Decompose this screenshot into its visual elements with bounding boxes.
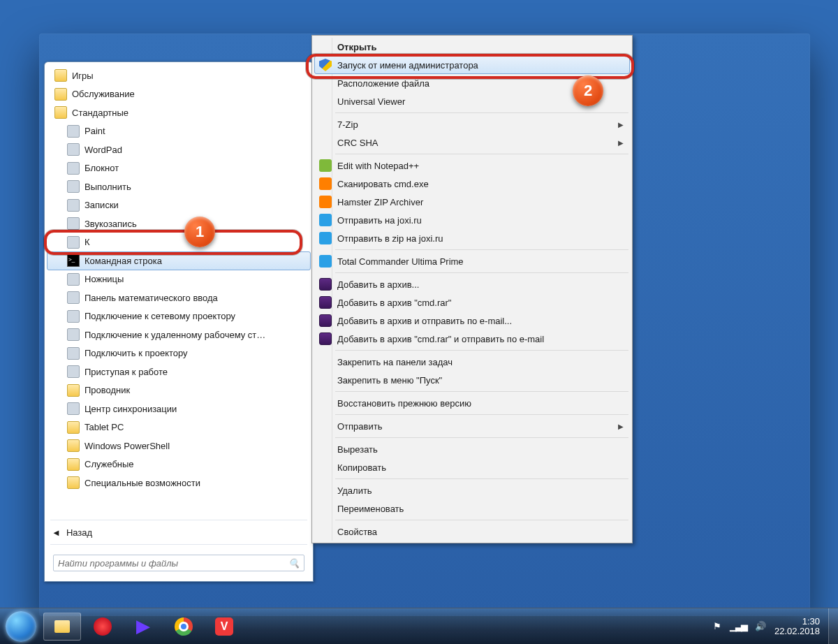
- program-item[interactable]: Выполнить: [47, 177, 311, 196]
- submenu-arrow-icon: ▶: [618, 121, 624, 129]
- context-menu-item-label: Отправить в zip на joxi.ru: [337, 233, 443, 244]
- program-item[interactable]: Панель математического ввода: [47, 288, 311, 307]
- app-icon: [67, 143, 80, 156]
- context-menu-item[interactable]: 7-Zip▶: [314, 115, 630, 133]
- program-item[interactable]: Специальные возможности: [47, 474, 311, 492]
- folder-icon: [67, 384, 80, 397]
- program-item[interactable]: Записки: [47, 196, 311, 215]
- app-icon: [67, 347, 80, 360]
- back-button[interactable]: ◄ Назад: [45, 522, 313, 543]
- program-item[interactable]: Подключение к удаленному рабочему ст…: [47, 325, 311, 344]
- program-item-label: Командная строка: [84, 256, 162, 266]
- program-item[interactable]: К: [47, 233, 311, 252]
- context-menu-item[interactable]: Переименовать: [314, 499, 630, 518]
- taskbar-pinned-explorer[interactable]: [43, 613, 81, 641]
- context-menu-item-label: Переименовать: [337, 504, 404, 514]
- context-menu-item[interactable]: CRC SHA▶: [314, 133, 630, 152]
- tray-time: 1:30: [774, 617, 820, 627]
- folder-icon: [54, 88, 67, 101]
- context-menu-item[interactable]: Запуск от имени администратора: [314, 56, 630, 74]
- context-menu-item[interactable]: Добавить в архив "cmd.rar": [314, 293, 630, 312]
- program-item[interactable]: Приступая к работе: [47, 363, 311, 381]
- program-item[interactable]: Служебные: [47, 455, 311, 474]
- program-item[interactable]: Центр синхронизации: [47, 400, 311, 418]
- context-menu-item-label: Universal Viewer: [337, 96, 405, 107]
- folder-icon: [54, 106, 67, 119]
- program-item[interactable]: Подключение к сетевому проектору: [47, 307, 311, 326]
- rar-icon: [319, 314, 332, 327]
- context-menu-item[interactable]: Открыть: [314, 38, 630, 56]
- program-item-label: Подключить к проектору: [84, 348, 188, 358]
- context-menu-separator: [335, 414, 628, 415]
- context-menu: ОткрытьЗапуск от имени администратораРас…: [311, 35, 633, 543]
- context-menu-item[interactable]: Свойства: [314, 522, 630, 541]
- program-item[interactable]: Подключить к проектору: [47, 344, 311, 363]
- program-item[interactable]: Проводник: [47, 381, 311, 400]
- program-item[interactable]: Paint: [47, 122, 311, 141]
- chrome-icon: [175, 617, 193, 636]
- context-menu-item[interactable]: Добавить в архив "cmd.rar" и отправить п…: [314, 330, 630, 348]
- program-item[interactable]: Блокнот: [47, 159, 311, 178]
- program-item-label: Стандартные: [72, 108, 128, 118]
- program-item-label: Tablet PC: [84, 422, 124, 432]
- program-item[interactable]: Windows PowerShell: [47, 437, 311, 455]
- taskbar-pinned-chrome[interactable]: [165, 613, 203, 641]
- tray-volume-icon[interactable]: 🔊: [755, 621, 766, 631]
- app-icon: [67, 402, 80, 415]
- program-item[interactable]: Игры: [47, 66, 311, 85]
- program-item[interactable]: Tablet PC: [47, 418, 311, 437]
- submenu-arrow-icon: ▶: [618, 423, 624, 430]
- program-item[interactable]: Обслуживание: [47, 85, 311, 104]
- show-desktop-button[interactable]: [828, 608, 838, 645]
- context-menu-item[interactable]: Hamster ZIP Archiver: [314, 193, 630, 211]
- tray-flag-icon[interactable]: ⚑: [713, 621, 721, 631]
- app-icon: [67, 217, 80, 230]
- context-menu-separator: [335, 391, 628, 392]
- search-input[interactable]: Найти программы и файлы 🔍: [53, 555, 304, 571]
- annotation-badge-1: 1: [184, 217, 215, 247]
- context-menu-item[interactable]: Сканировать cmd.exe: [314, 175, 630, 193]
- rar-icon: [319, 278, 332, 291]
- context-menu-item[interactable]: Отправить в zip на joxi.ru: [314, 229, 630, 247]
- taskbar-pinned-vivaldi[interactable]: V: [205, 613, 243, 641]
- vivaldi-icon: V: [215, 617, 233, 636]
- context-menu-item-label: Добавить в архив "cmd.rar": [337, 298, 451, 308]
- search-row: Найти программы и файлы 🔍: [45, 546, 313, 581]
- context-menu-item[interactable]: Закрепить на панели задач: [314, 353, 630, 371]
- program-item-label: WordPad: [84, 145, 122, 155]
- taskbar-pinned-opera[interactable]: [84, 613, 122, 641]
- context-menu-separator: [335, 520, 628, 520]
- program-item-label: Панель математического ввода: [84, 293, 218, 303]
- tray-clock[interactable]: 1:30 22.02.2018: [774, 617, 820, 636]
- context-menu-item[interactable]: Edit with Notepad++: [314, 156, 630, 175]
- tray-network-icon[interactable]: ▁▃▅: [730, 621, 747, 631]
- program-item[interactable]: Стандартные: [47, 103, 311, 122]
- context-menu-item[interactable]: Отправить▶: [314, 417, 630, 435]
- context-menu-item[interactable]: Удалить: [314, 481, 630, 499]
- taskbar: ▶ V ⚑ ▁▃▅ 🔊 1:30 22.02.2018: [0, 608, 838, 644]
- play-icon: ▶: [136, 615, 150, 637]
- context-menu-item[interactable]: Вырезать: [314, 440, 630, 458]
- program-item-label: К: [84, 237, 90, 247]
- start-button[interactable]: [0, 608, 42, 645]
- app-icon: [67, 310, 80, 323]
- context-menu-item[interactable]: Отправить на joxi.ru: [314, 211, 630, 229]
- program-item[interactable]: >_Командная строка: [47, 251, 311, 270]
- context-menu-item-label: Закрепить на панели задач: [337, 357, 453, 367]
- context-menu-item-label: Отправить: [337, 421, 382, 432]
- context-menu-item[interactable]: Добавить в архив...: [314, 275, 630, 293]
- program-item[interactable]: Ножницы: [47, 270, 311, 289]
- folder-icon: [54, 620, 70, 633]
- taskbar-pinned-media[interactable]: ▶: [124, 613, 162, 641]
- hamster-icon: [319, 196, 332, 208]
- folder-icon: [67, 458, 80, 471]
- context-menu-item[interactable]: Восстановить прежнюю версию: [314, 394, 630, 412]
- context-menu-item[interactable]: Добавить в архив и отправить по e-mail..…: [314, 312, 630, 330]
- context-menu-item[interactable]: Копировать: [314, 458, 630, 476]
- program-item[interactable]: WordPad: [47, 140, 311, 159]
- context-menu-item-label: Восстановить прежнюю версию: [337, 398, 471, 409]
- context-menu-item[interactable]: Total Commander Ultima Prime: [314, 252, 630, 270]
- context-menu-item-label: Закрепить в меню "Пуск": [337, 375, 442, 386]
- context-menu-item[interactable]: Закрепить в меню "Пуск": [314, 371, 630, 389]
- program-item[interactable]: Звукозапись: [47, 214, 311, 233]
